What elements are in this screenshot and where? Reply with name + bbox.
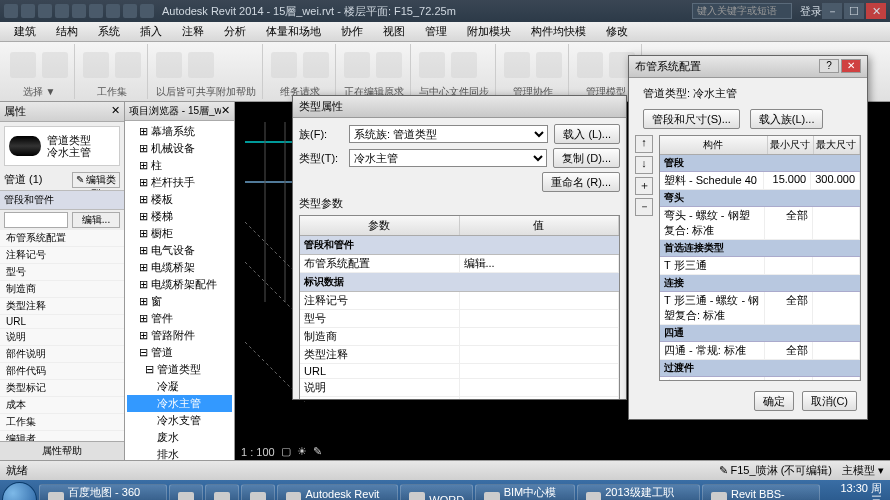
ribbon-button[interactable] [504, 52, 530, 78]
property-row[interactable]: 说明 [0, 329, 124, 346]
ribbon-button[interactable] [271, 52, 297, 78]
tree-node[interactable]: ⊞ 机械设备 [127, 140, 232, 157]
ok-button[interactable]: 确定 [754, 391, 794, 411]
property-row[interactable]: 部件说明 [0, 346, 124, 363]
menu-tab[interactable]: 协作 [331, 22, 373, 41]
taskbar-item[interactable]: Autodesk Revit ... [277, 484, 398, 500]
ribbon-button[interactable] [83, 52, 109, 78]
ribbon-button[interactable] [577, 52, 603, 78]
param-row[interactable]: 制造商 [300, 328, 619, 346]
tree-node[interactable]: ⊟ 管道 [127, 344, 232, 361]
menu-tab[interactable]: 注释 [172, 22, 214, 41]
routing-row[interactable]: T 形三通 - 螺纹 - 钢塑复合: 标准全部 [660, 292, 860, 325]
menu-tab[interactable]: 管理 [415, 22, 457, 41]
tree-node[interactable]: ⊞ 幕墙系统 [127, 123, 232, 140]
param-row[interactable]: 说明 [300, 379, 619, 397]
param-row[interactable]: URL [300, 364, 619, 379]
routing-row[interactable]: 变径管 - 螺纹 - 钢塑复合: 标准全部 [660, 377, 860, 380]
property-row[interactable]: 编辑者 [0, 431, 124, 441]
qat-icon[interactable] [123, 4, 137, 18]
edit-type-button[interactable]: ✎ 编辑类型 [72, 172, 120, 188]
qat-icon[interactable] [89, 4, 103, 18]
taskbar-item[interactable] [241, 484, 275, 500]
load-family-button[interactable]: 载入族(L)... [750, 109, 824, 129]
close-icon[interactable]: ✕ [111, 104, 120, 119]
type-select[interactable]: 冷水主管 [349, 149, 547, 167]
qat-icon[interactable] [55, 4, 69, 18]
tree-node[interactable]: ⊞ 橱柜 [127, 225, 232, 242]
routing-row[interactable]: 弯头 - 螺纹 - 钢塑复合: 标准全部 [660, 207, 860, 240]
tree-node[interactable]: ⊞ 电气设备 [127, 242, 232, 259]
menu-tab[interactable]: 插入 [130, 22, 172, 41]
duplicate-button[interactable]: 复制 (D)... [553, 148, 621, 168]
maximize-icon[interactable]: ☐ [844, 3, 864, 19]
ribbon-button[interactable] [419, 52, 445, 78]
ribbon-button[interactable] [344, 52, 370, 78]
tree-node[interactable]: ⊞ 窗 [127, 293, 232, 310]
property-row[interactable]: 布管系统配置 [0, 230, 124, 247]
taskbar-item[interactable]: 2013级建工职大... [577, 484, 701, 500]
param-row[interactable]: 注释记号 [300, 292, 619, 310]
routing-row[interactable]: T 形三通 [660, 257, 860, 275]
routing-table[interactable]: 构件最小尺寸最大尺寸 管段塑料 - Schedule 4015.000300.0… [659, 135, 861, 381]
login-link[interactable]: 登录 [800, 4, 822, 19]
view-control-bar[interactable]: 1 : 100▢☀✎ [241, 445, 322, 458]
qat-icon[interactable] [140, 4, 154, 18]
tree-node[interactable]: ⊞ 楼板 [127, 191, 232, 208]
taskbar-item[interactable]: BIM中心模型 [475, 484, 574, 500]
ribbon-button[interactable] [451, 52, 477, 78]
tree-node[interactable]: 冷水主管 [127, 395, 232, 412]
properties-help-link[interactable]: 属性帮助 [0, 441, 124, 460]
qat-icon[interactable] [38, 4, 52, 18]
menu-tab[interactable]: 建筑 [4, 22, 46, 41]
tree-node[interactable]: ⊞ 管路附件 [127, 327, 232, 344]
property-row[interactable]: 注释记号 [0, 247, 124, 264]
tree-node[interactable]: ⊞ 柱 [127, 157, 232, 174]
ribbon-button[interactable] [156, 52, 182, 78]
start-button[interactable] [2, 482, 37, 500]
taskbar-item[interactable]: Revit BBS-BIM... [702, 484, 820, 500]
help-icon[interactable]: ? [819, 59, 839, 73]
tree-node[interactable]: 排水 [127, 446, 232, 460]
taskbar-item[interactable] [205, 484, 239, 500]
tree-node[interactable]: 冷凝 [127, 378, 232, 395]
ribbon-button[interactable] [115, 52, 141, 78]
param-row[interactable]: 布管系统配置编辑... [300, 255, 619, 273]
menu-tab[interactable]: 系统 [88, 22, 130, 41]
close-icon[interactable]: ✕ [841, 59, 861, 73]
tree-node[interactable]: ⊞ 栏杆扶手 [127, 174, 232, 191]
tree-node[interactable]: 废水 [127, 429, 232, 446]
minimize-icon[interactable]: － [822, 3, 842, 19]
param-row[interactable]: 类型注释 [300, 346, 619, 364]
tree-node[interactable]: ⊟ 管道类型 [127, 361, 232, 378]
param-row[interactable]: 型号 [300, 310, 619, 328]
taskbar-item[interactable]: 百度地图 - 360安... [39, 484, 166, 500]
tree-node[interactable]: ⊞ 楼梯 [127, 208, 232, 225]
menu-tab[interactable]: 构件均快模 [521, 22, 596, 41]
property-row[interactable]: 型号 [0, 264, 124, 281]
help-search[interactable]: 键入关键字或短语 [692, 3, 792, 19]
ribbon-button[interactable] [303, 52, 329, 78]
property-row[interactable]: 工作集 [0, 414, 124, 431]
workset-status[interactable]: ✎ F15_喷淋 (不可编辑) [719, 463, 832, 478]
menu-tab[interactable]: 附加模块 [457, 22, 521, 41]
move-down-icon[interactable]: ↓ [635, 156, 653, 174]
qat-icon[interactable] [72, 4, 86, 18]
close-icon[interactable]: ✕ [866, 3, 886, 19]
cancel-button[interactable]: 取消(C) [802, 391, 857, 411]
routing-config-field[interactable] [4, 212, 68, 228]
ribbon-button[interactable] [376, 52, 402, 78]
ribbon-button[interactable] [536, 52, 562, 78]
ribbon-button[interactable] [188, 52, 214, 78]
tree-node[interactable]: 冷水支管 [127, 412, 232, 429]
property-row[interactable]: 类型标记 [0, 380, 124, 397]
edit-button[interactable]: 编辑... [72, 212, 120, 228]
type-selector[interactable]: 管道类型冷水主管 [4, 126, 120, 166]
menu-tab[interactable]: 体量和场地 [256, 22, 331, 41]
qat-icon[interactable] [21, 4, 35, 18]
property-row[interactable]: 成本 [0, 397, 124, 414]
model-status[interactable]: 主模型 ▾ [842, 463, 884, 478]
tree-node[interactable]: ⊞ 管件 [127, 310, 232, 327]
tree-node[interactable]: ⊞ 电缆桥架配件 [127, 276, 232, 293]
property-row[interactable]: 制造商 [0, 281, 124, 298]
